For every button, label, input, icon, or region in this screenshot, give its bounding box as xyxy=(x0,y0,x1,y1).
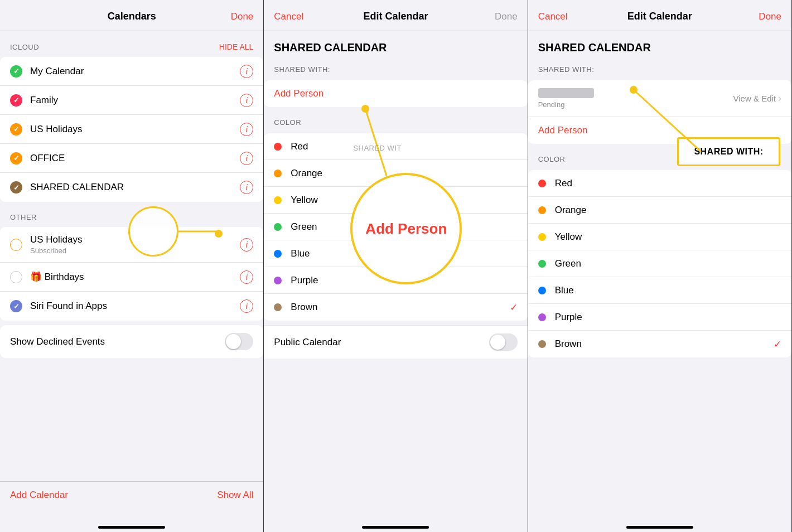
office-dot xyxy=(10,152,22,165)
list-item-family[interactable]: Family i xyxy=(0,86,263,115)
other-section-header: OTHER xyxy=(0,202,263,225)
color-name-green-1: Green xyxy=(291,221,517,233)
add-person-button-2[interactable]: Add Person xyxy=(528,117,791,144)
color-dot-brown-2 xyxy=(538,340,546,348)
home-indicator-2 xyxy=(264,516,527,532)
edit2-color-list: Red Orange Yellow Green Blue Purple xyxy=(528,170,791,357)
office-info-icon[interactable]: i xyxy=(240,152,253,165)
color-name-orange-1: Orange xyxy=(291,168,517,179)
shared-calendar-info-icon[interactable]: i xyxy=(240,181,253,194)
edit1-title: Edit Calendar xyxy=(307,11,484,22)
bottom-bar-calendars: Add Calendar Show All xyxy=(0,481,263,516)
list-item-birthdays[interactable]: 🎁 Birthdays i xyxy=(0,263,263,292)
calendars-done-button[interactable]: Done xyxy=(220,11,253,22)
other-label: OTHER xyxy=(10,213,37,221)
color-item-blue-2[interactable]: Blue xyxy=(528,277,791,304)
edit1-color-label: COLOR xyxy=(264,107,527,131)
show-all-button[interactable]: Show All xyxy=(217,490,253,501)
color-item-blue-1[interactable]: Blue xyxy=(264,240,527,267)
color-item-red-2[interactable]: Red xyxy=(528,170,791,197)
my-calendar-label: My Calendar xyxy=(30,66,240,77)
office-text: OFFICE xyxy=(30,153,240,164)
pending-person-row[interactable]: Pending View & Edit xyxy=(528,80,791,117)
pending-status-label: Pending xyxy=(538,100,594,109)
family-text: Family xyxy=(30,95,240,106)
other-list: US Holidays Subscribed i 🎁 Birthdays i S… xyxy=(0,227,263,321)
icloud-label: ICLOUD xyxy=(10,43,39,51)
home-bar-2 xyxy=(362,526,429,529)
edit2-calendar-name: SHARED CALENDAR xyxy=(528,31,791,54)
edit1-calendar-name: SHARED CALENDAR xyxy=(264,31,527,54)
show-declined-row: Show Declined Events xyxy=(0,325,263,358)
us-holidays-other-label: US Holidays xyxy=(30,234,240,245)
shared-calendar-label: SHARED CALENDAR xyxy=(30,182,240,193)
color-dot-red-1 xyxy=(274,143,282,151)
color-item-brown-2[interactable]: Brown ✓ xyxy=(528,331,791,357)
hide-all-button[interactable]: HIDE ALL xyxy=(219,42,253,51)
edit1-public-toggle[interactable] xyxy=(489,333,518,351)
color-item-purple-1[interactable]: Purple xyxy=(264,267,527,294)
view-edit-chevron xyxy=(778,93,781,104)
color-item-purple-2[interactable]: Purple xyxy=(528,304,791,331)
color-item-orange-1[interactable]: Orange xyxy=(264,160,527,187)
color-item-brown-1[interactable]: Brown ✓ xyxy=(264,294,527,321)
color-dot-blue-1 xyxy=(274,250,282,258)
color-name-yellow-2: Yellow xyxy=(555,231,781,243)
color-item-yellow-2[interactable]: Yellow xyxy=(528,224,791,250)
family-label: Family xyxy=(30,95,240,106)
list-item-siri[interactable]: Siri Found in Apps i xyxy=(0,292,263,321)
birthdays-dot xyxy=(10,271,22,283)
show-declined-toggle[interactable] xyxy=(225,333,253,350)
list-item-my-calendar[interactable]: My Calendar i xyxy=(0,57,263,86)
edit1-cancel-button[interactable]: Cancel xyxy=(274,11,307,22)
pending-name-blur xyxy=(538,88,594,98)
list-item-shared-calendar[interactable]: SHARED CALENDAR i xyxy=(0,173,263,202)
panel-edit-calendar-2: Cancel Edit Calendar Done SHARED CALENDA… xyxy=(528,0,792,532)
siri-label: Siri Found in Apps xyxy=(30,301,240,312)
siri-dot xyxy=(10,300,22,312)
list-item-us-holidays-other[interactable]: US Holidays Subscribed i xyxy=(0,227,263,263)
color-item-green-2[interactable]: Green xyxy=(528,250,791,277)
edit2-done-button[interactable]: Done xyxy=(748,11,781,22)
color-name-red-1: Red xyxy=(291,141,517,152)
home-bar-3 xyxy=(626,526,693,529)
birthdays-info-icon[interactable]: i xyxy=(240,270,253,284)
home-indicator-3 xyxy=(528,516,791,532)
edit2-cancel-button[interactable]: Cancel xyxy=(538,11,572,22)
show-declined-label: Show Declined Events xyxy=(10,336,105,347)
my-calendar-info-icon[interactable]: i xyxy=(240,65,253,78)
color-item-red-1[interactable]: Red xyxy=(264,133,527,160)
birthdays-text: 🎁 Birthdays xyxy=(30,271,240,283)
color-dot-orange-2 xyxy=(538,206,546,214)
family-info-icon[interactable]: i xyxy=(240,94,253,107)
color-check-brown-2: ✓ xyxy=(774,338,781,350)
nav-bar-edit-2: Cancel Edit Calendar Done xyxy=(528,0,791,31)
us-holidays-other-info-icon[interactable]: i xyxy=(240,238,253,252)
color-item-green-1[interactable]: Green xyxy=(264,214,527,240)
list-item-office[interactable]: OFFICE i xyxy=(0,144,263,173)
edit1-done-button[interactable]: Done xyxy=(484,11,518,22)
add-calendar-button[interactable]: Add Calendar xyxy=(10,490,68,501)
toggle-knob xyxy=(226,334,241,349)
siri-info-icon[interactable]: i xyxy=(240,299,253,313)
add-person-button-1[interactable]: Add Person xyxy=(264,80,527,107)
color-name-purple-2: Purple xyxy=(555,312,781,323)
panel-calendars: Calendars Done ICLOUD HIDE ALL My Calend… xyxy=(0,0,264,532)
color-name-yellow-1: Yellow xyxy=(291,195,517,206)
color-dot-purple-2 xyxy=(538,313,546,321)
family-dot xyxy=(10,94,22,107)
edit1-shared-with-label: SHARED WITH: xyxy=(264,54,527,78)
list-item-us-holidays-icloud[interactable]: US Holidays i xyxy=(0,115,263,144)
edit2-shared-with-group: Pending View & Edit Add Person xyxy=(528,80,791,144)
home-indicator-1 xyxy=(0,516,263,532)
color-name-green-2: Green xyxy=(555,258,781,269)
edit2-color-label: COLOR xyxy=(528,144,791,168)
color-dot-yellow-1 xyxy=(274,196,282,204)
color-dot-yellow-2 xyxy=(538,233,546,241)
us-holidays-icloud-info-icon[interactable]: i xyxy=(240,123,253,136)
color-item-yellow-1[interactable]: Yellow xyxy=(264,187,527,214)
color-name-blue-2: Blue xyxy=(555,285,781,296)
color-name-blue-1: Blue xyxy=(291,248,517,259)
color-item-orange-2[interactable]: Orange xyxy=(528,197,791,224)
color-name-purple-1: Purple xyxy=(291,275,517,286)
